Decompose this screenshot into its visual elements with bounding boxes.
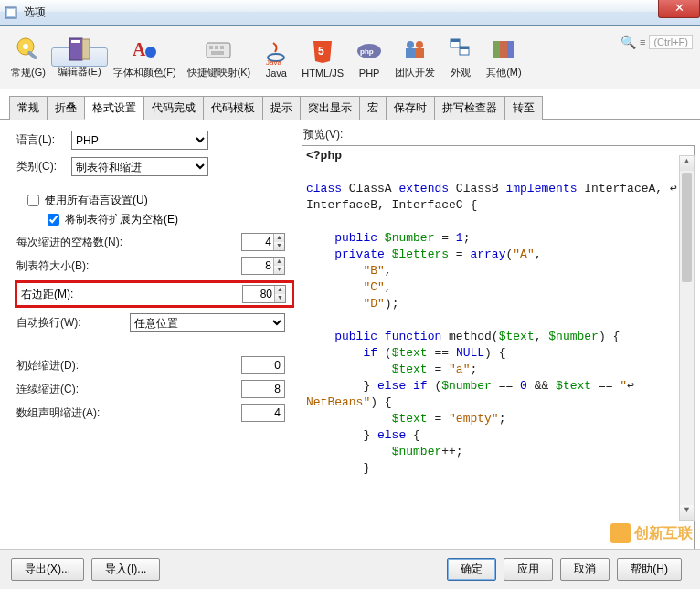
subtab-general[interactable]: 常规 bbox=[9, 96, 48, 120]
subtab-macros[interactable]: 宏 bbox=[359, 96, 387, 120]
array-decl-indent-input[interactable] bbox=[241, 404, 285, 422]
svg-rect-13 bbox=[220, 46, 224, 49]
svg-rect-22 bbox=[406, 48, 415, 58]
spinner-icon[interactable]: ▲▼ bbox=[273, 234, 284, 250]
preview-scrollbar[interactable]: ▲ ▼ bbox=[679, 155, 695, 521]
spinner-icon[interactable]: ▲▼ bbox=[273, 258, 284, 274]
search-icon[interactable]: 🔍 bbox=[620, 35, 636, 49]
main-toolbar: 常规(G) 编辑器(E) A 字体和颜色(F) 快捷键映射(K) Java Ja… bbox=[0, 26, 700, 89]
initial-indent-input[interactable] bbox=[241, 356, 285, 374]
watermark-icon bbox=[610, 523, 631, 543]
array-decl-indent-label: 数组声明缩进(A): bbox=[16, 405, 100, 421]
spinner-icon[interactable]: ▲▼ bbox=[274, 286, 285, 302]
continuation-indent-input[interactable] bbox=[241, 380, 285, 398]
svg-point-3 bbox=[23, 44, 28, 49]
toolbar-html-js[interactable]: 5 HTML/JS bbox=[296, 29, 349, 86]
code-preview: <?php class ClassA extends ClassB implem… bbox=[302, 145, 695, 567]
tab-size-label: 制表符大小(B): bbox=[16, 258, 89, 274]
svg-rect-6 bbox=[71, 40, 80, 43]
search-hint: (Ctrl+F) bbox=[649, 35, 693, 49]
toolbar-java[interactable]: Java Java bbox=[256, 29, 296, 86]
spaces-per-indent-label: 每次缩进的空格数(N): bbox=[16, 235, 122, 250]
toolbar-general[interactable]: 常规(G) bbox=[5, 29, 51, 86]
subtab-goto[interactable]: 转至 bbox=[504, 96, 543, 120]
scroll-thumb[interactable] bbox=[682, 173, 692, 282]
svg-text:Java: Java bbox=[266, 58, 281, 65]
svg-point-20 bbox=[407, 41, 414, 48]
fonts-colors-icon: A bbox=[130, 35, 159, 64]
subtab-folding[interactable]: 折叠 bbox=[47, 96, 85, 120]
settings-pane: 语言(L): PHP 类别(C): 制表符和缩进 使用所有语言设置(U) 将制表… bbox=[0, 120, 302, 567]
svg-rect-23 bbox=[415, 48, 424, 58]
subtab-formatting[interactable]: 格式设置 bbox=[84, 96, 144, 120]
ok-button[interactable]: 确定 bbox=[447, 558, 496, 581]
svg-rect-11 bbox=[209, 46, 213, 49]
content: 语言(L): PHP 类别(C): 制表符和缩进 使用所有语言设置(U) 将制表… bbox=[0, 120, 700, 567]
svg-text:php: php bbox=[360, 47, 374, 56]
svg-text:A: A bbox=[133, 39, 146, 59]
apply-button[interactable]: 应用 bbox=[504, 558, 553, 581]
subtab-spellcheck[interactable]: 拼写检查器 bbox=[434, 96, 505, 120]
use-all-languages-label: 使用所有语言设置(U) bbox=[45, 193, 148, 208]
svg-rect-10 bbox=[207, 43, 230, 58]
subtab-code-completion[interactable]: 代码完成 bbox=[143, 96, 204, 120]
app-icon bbox=[4, 5, 18, 20]
footer: 导出(X)... 导入(I)... 确定 应用 取消 帮助(H) bbox=[0, 549, 700, 589]
window-title: 选项 bbox=[24, 5, 46, 20]
import-button[interactable]: 导入(I)... bbox=[91, 558, 160, 581]
line-wrap-label: 自动换行(W): bbox=[16, 315, 81, 331]
language-select[interactable]: PHP bbox=[71, 131, 208, 150]
subtab-onsave[interactable]: 保存时 bbox=[386, 96, 435, 120]
toolbar-appearance[interactable]: 外观 bbox=[440, 29, 481, 86]
language-label: 语言(L): bbox=[16, 132, 71, 148]
scroll-down-icon[interactable]: ▼ bbox=[680, 505, 694, 520]
svg-point-9 bbox=[145, 47, 156, 58]
use-all-languages-checkbox[interactable] bbox=[27, 195, 39, 206]
svg-rect-12 bbox=[215, 46, 218, 49]
gear-wrench-icon bbox=[14, 35, 43, 64]
right-margin-label: 右边距(M): bbox=[21, 287, 73, 302]
expand-tabs-checkbox[interactable] bbox=[48, 214, 59, 226]
misc-icon bbox=[489, 35, 518, 64]
help-button[interactable]: 帮助(H) bbox=[617, 558, 682, 581]
java-icon: Java bbox=[261, 37, 291, 66]
subtab-highlight[interactable]: 突出显示 bbox=[300, 96, 360, 120]
continuation-indent-label: 连续缩进(C): bbox=[16, 382, 79, 397]
toolbar-fonts-colors[interactable]: A 字体和颜色(F) bbox=[108, 29, 182, 86]
php-icon: php bbox=[355, 37, 384, 66]
svg-rect-29 bbox=[500, 41, 507, 58]
titlebar: 选项 ✕ bbox=[0, 0, 700, 26]
watermark: 创新互联 bbox=[610, 523, 693, 543]
svg-text:5: 5 bbox=[318, 45, 324, 58]
subtab-hints[interactable]: 提示 bbox=[262, 96, 301, 120]
preview-pane: 预览(V): <?php class ClassA extends ClassB… bbox=[302, 120, 700, 567]
subtab-code-templates[interactable]: 代码模板 bbox=[203, 96, 263, 120]
editor-icon bbox=[65, 36, 94, 63]
svg-rect-14 bbox=[211, 51, 224, 55]
html5-icon: 5 bbox=[308, 37, 337, 66]
toolbar-php[interactable]: php PHP bbox=[349, 29, 389, 86]
team-icon bbox=[400, 35, 430, 64]
toolbar-editor[interactable]: 编辑器(E) bbox=[51, 47, 108, 67]
scroll-up-icon[interactable]: ▲ bbox=[680, 156, 694, 171]
category-select[interactable]: 制表符和缩进 bbox=[71, 157, 208, 176]
line-wrap-select[interactable]: 任意位置 bbox=[130, 313, 285, 332]
svg-rect-27 bbox=[460, 47, 469, 49]
svg-rect-25 bbox=[451, 39, 460, 42]
cancel-button[interactable]: 取消 bbox=[560, 558, 610, 581]
editor-subtabs: 常规 折叠 格式设置 代码完成 代码模板 提示 突出显示 宏 保存时 拼写检查器… bbox=[0, 89, 700, 120]
svg-rect-30 bbox=[507, 41, 514, 58]
svg-rect-28 bbox=[493, 41, 500, 58]
svg-rect-7 bbox=[82, 39, 90, 59]
category-label: 类别(C): bbox=[16, 159, 71, 174]
search-area: 🔍 ≡ (Ctrl+F) bbox=[620, 35, 693, 49]
toolbar-team[interactable]: 团队开发 bbox=[389, 29, 440, 86]
close-button[interactable]: ✕ bbox=[658, 0, 700, 18]
export-button[interactable]: 导出(X)... bbox=[11, 558, 84, 581]
windows-icon bbox=[446, 35, 475, 64]
svg-rect-1 bbox=[7, 9, 15, 16]
svg-point-21 bbox=[416, 41, 423, 48]
toolbar-misc[interactable]: 其他(M) bbox=[481, 29, 527, 86]
keyboard-icon bbox=[204, 35, 233, 64]
toolbar-keymap[interactable]: 快捷键映射(K) bbox=[182, 29, 257, 86]
